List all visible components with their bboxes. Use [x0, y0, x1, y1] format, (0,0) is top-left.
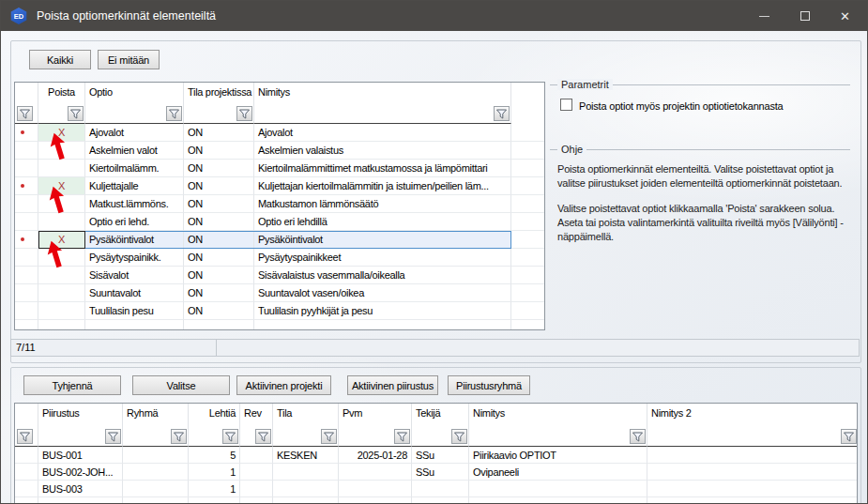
cell-marker[interactable]: [15, 124, 38, 142]
cell-ryhma[interactable]: [123, 464, 189, 481]
filter-cell-marker[interactable]: [15, 101, 38, 124]
filter-cell-nimitys[interactable]: [469, 422, 647, 447]
filter-cell-piirustus[interactable]: [38, 422, 123, 447]
column-header-piirustus[interactable]: Piirustus: [38, 404, 123, 422]
minimize-button[interactable]: [744, 1, 784, 31]
cell-tila_projektissa[interactable]: ON: [184, 195, 254, 213]
cell-nimitys[interactable]: Piirikaavio OPTIOT: [469, 447, 647, 464]
cell-optio[interactable]: Pysäköintivalot: [85, 231, 184, 249]
cell-optio[interactable]: Pysäytyspainikk.: [85, 249, 184, 267]
filter-funnel-button[interactable]: [171, 429, 187, 444]
cell-optio[interactable]: Matkust.lämmöns.: [85, 195, 184, 213]
cell-marker[interactable]: [15, 177, 38, 195]
cell-marker[interactable]: [15, 447, 38, 464]
cell-marker[interactable]: [15, 160, 38, 177]
cell-nimitys[interactable]: Ajovalot: [254, 124, 511, 142]
filter-funnel-button[interactable]: [451, 429, 467, 444]
close-button[interactable]: ✕: [825, 1, 865, 31]
cell-filler[interactable]: [511, 302, 545, 320]
cell-marker[interactable]: [15, 284, 38, 302]
cell-marker[interactable]: [15, 231, 38, 249]
cell-poista[interactable]: [38, 284, 85, 302]
filter-funnel-button[interactable]: [222, 429, 238, 444]
cell-nimitys2[interactable]: [647, 481, 858, 497]
column-header-tekija[interactable]: Tekijä: [412, 404, 469, 422]
cell-filler[interactable]: [511, 124, 545, 142]
remove-from-db-checkbox[interactable]: [560, 99, 572, 111]
clear-button[interactable]: Tyhjennä: [23, 375, 121, 395]
cell-filler[interactable]: [511, 284, 545, 302]
cell-tila_projektissa[interactable]: ON: [184, 302, 254, 320]
cell-piirustus[interactable]: BUS-002-JOH...: [38, 464, 123, 481]
filter-cell-rev[interactable]: [240, 422, 273, 447]
cell-optio[interactable]: Tuulilasin pesu: [85, 302, 184, 320]
cell-nimitys[interactable]: Ovipaneeli: [469, 464, 647, 481]
column-header-tila[interactable]: Tila: [273, 404, 339, 422]
filter-cell-tila[interactable]: [273, 422, 339, 447]
cell-tila_projektissa[interactable]: ON: [184, 267, 254, 284]
cell-nimitys2[interactable]: [647, 447, 858, 464]
cell-nimitys[interactable]: Suuntavalot vasen/oikea: [254, 284, 511, 302]
column-header-nimitys[interactable]: Nimitys: [254, 83, 511, 101]
filter-funnel-button[interactable]: [105, 429, 121, 444]
select-button[interactable]: Valitse: [132, 375, 230, 395]
cell-marker[interactable]: [15, 302, 38, 320]
filter-cell-ryhma[interactable]: [123, 422, 189, 447]
filter-funnel-button[interactable]: [255, 429, 271, 444]
cell-marker[interactable]: [15, 481, 38, 497]
cell-rev[interactable]: [240, 464, 273, 481]
filter-funnel-button[interactable]: [68, 106, 84, 121]
cell-tila_projektissa[interactable]: ON: [184, 142, 254, 160]
cell-tila_projektissa[interactable]: ON: [184, 124, 254, 142]
cell-optio[interactable]: Sisävalot: [85, 267, 184, 284]
column-header-rev[interactable]: Rev: [240, 404, 273, 422]
cell-nimitys[interactable]: Optio eri lehdillä: [254, 213, 511, 231]
cell-pvm[interactable]: [339, 481, 412, 497]
filter-funnel-button[interactable]: [17, 429, 33, 444]
cell-ryhma[interactable]: [123, 481, 189, 497]
cell-piirustus[interactable]: BUS-003: [38, 481, 123, 497]
cell-lehtia[interactable]: 1: [189, 481, 240, 497]
cell-rev[interactable]: [240, 447, 273, 464]
cell-optio[interactable]: Optio eri lehd.: [85, 213, 184, 231]
column-header-poista[interactable]: Poista: [38, 83, 85, 101]
filter-funnel-button[interactable]: [236, 106, 252, 121]
cell-ryhma[interactable]: [123, 447, 189, 464]
cell-tila_projektissa[interactable]: ON: [184, 284, 254, 302]
drawing-group-button[interactable]: Piirustusryhmä: [448, 375, 530, 395]
cell-tekija[interactable]: SSu: [412, 464, 469, 481]
cell-nimitys[interactable]: [469, 481, 647, 497]
filter-funnel-button[interactable]: [166, 106, 182, 121]
cell-marker[interactable]: [15, 195, 38, 213]
select-all-button[interactable]: Kaikki: [29, 50, 91, 69]
filter-cell-tila_projektissa[interactable]: [184, 101, 254, 124]
cell-marker[interactable]: [15, 213, 38, 231]
cell-filler[interactable]: [511, 267, 545, 284]
cell-marker[interactable]: [15, 267, 38, 284]
filter-cell-tekija[interactable]: [412, 422, 469, 447]
cell-filler[interactable]: [511, 213, 545, 231]
cell-nimitys[interactable]: Kuljettajan kiertoilmalämmitin ja istuim…: [254, 177, 511, 195]
cell-nimitys[interactable]: Sisävalaistus vasemmalla/oikealla: [254, 267, 511, 284]
filter-cell-lehtia[interactable]: [189, 422, 240, 447]
filter-funnel-button[interactable]: [321, 429, 337, 444]
cell-poista[interactable]: [38, 302, 85, 320]
filter-cell-optio[interactable]: [85, 101, 184, 124]
column-header-nimitys[interactable]: Nimitys: [469, 404, 647, 422]
active-project-button[interactable]: Aktiivinen projekti: [236, 375, 331, 395]
cell-marker[interactable]: [15, 142, 38, 160]
active-drawing-button[interactable]: Aktiivinen piirustus: [347, 375, 438, 395]
column-header-lehtia[interactable]: Lehtiä: [189, 404, 240, 422]
cell-tekija[interactable]: [412, 481, 469, 497]
cell-nimitys[interactable]: Tuulilasin pyyhkijät ja pesu: [254, 302, 511, 320]
cell-filler[interactable]: [511, 231, 545, 249]
filter-funnel-button[interactable]: [630, 429, 646, 444]
column-header-nimitys2[interactable]: Nimitys 2: [647, 404, 858, 422]
select-none-button[interactable]: Ei mitään: [98, 50, 160, 69]
cell-filler[interactable]: [511, 177, 545, 195]
cell-tila[interactable]: [273, 464, 339, 481]
maximize-button[interactable]: [784, 1, 825, 31]
cell-lehtia[interactable]: 5: [189, 447, 240, 464]
filter-funnel-button[interactable]: [17, 106, 33, 121]
cell-marker[interactable]: [15, 464, 38, 481]
